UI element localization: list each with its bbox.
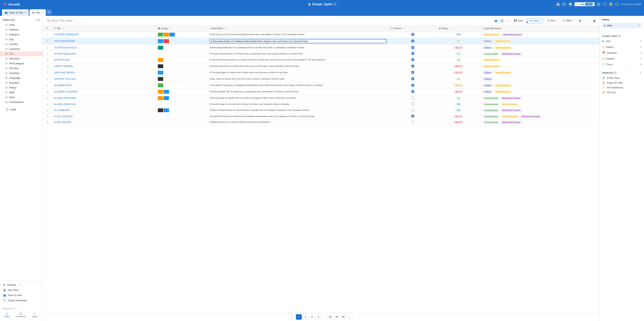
row-description[interactable]: A Epic Tale of a Moose And a Girl who mu… (208, 76, 389, 82)
tab-film[interactable]: ⊞ Film ✕ (30, 9, 46, 16)
page-1-btn[interactable]: 1 (296, 314, 302, 320)
row-viewed[interactable] (389, 76, 437, 82)
page-4-btn[interactable]: 4 (316, 314, 322, 320)
sidebar-item-address[interactable]: ⊞ Address (0, 27, 42, 32)
advanced-more-icon[interactable]: ⋮ (639, 71, 642, 74)
sidebar-item-team-auth[interactable]: 👥 Team & Auth (0, 292, 42, 298)
row-title[interactable]: ALI FOREVER (52, 107, 156, 114)
page-39-btn[interactable]: 39 (334, 314, 340, 320)
discord-icon[interactable]: 💬 (568, 2, 572, 6)
viewed-checkbox[interactable] (412, 52, 414, 55)
sidebar-item-actor[interactable]: ⊞ Actor (0, 22, 42, 27)
create-calendar-view[interactable]: 📅 Calendar + (600, 50, 644, 56)
row-viewed[interactable] (389, 107, 437, 114)
description-edit-input[interactable] (210, 39, 387, 43)
dropdown-nav-icon[interactable]: ▾ (596, 2, 601, 6)
row-description[interactable]: A Thoughtful Panorama of a Database Admi… (208, 82, 389, 89)
row-description[interactable]: A Fanciful Documentary of a Frisbee And … (208, 51, 389, 57)
page-38-btn[interactable]: 38 (327, 314, 333, 320)
view-item-film[interactable]: ⊞ Film ✓ (602, 23, 642, 28)
layout-toolbar-btn[interactable]: ▦ (591, 18, 597, 23)
col-special-features[interactable]: ≡SpecialFeatures (480, 26, 600, 32)
row-description[interactable]: A Epic Drama of a Feminist And a Mad Sci… (208, 32, 389, 38)
row-title[interactable]: AFRICAN EGG (52, 57, 156, 63)
col-title[interactable]: ATitle ⇅ (52, 26, 156, 32)
row-viewed[interactable] (389, 70, 437, 76)
row-description[interactable]: A Emotional Drama of a A Shark And a Dat… (208, 114, 389, 119)
sidebar-item-country[interactable]: ⊞ Country (0, 42, 42, 46)
row-viewed[interactable] (389, 44, 437, 51)
row-title[interactable]: AIRPLANE SIERRA (52, 70, 156, 76)
row-description[interactable]: A Astounding Reflection of a Lumberjack … (208, 44, 389, 51)
star-button[interactable]: ⭐ Star 4,310 (574, 2, 594, 6)
page-2-btn[interactable]: 2 (302, 314, 308, 320)
sidebar-item-inventory[interactable]: ⊞ Inventory (0, 71, 42, 76)
add-table-icon[interactable]: + (36, 18, 37, 21)
add-tab-button[interactable]: + (46, 10, 52, 15)
preview-viewer-btn[interactable]: 👁 Viewer (30, 312, 39, 318)
row-title[interactable]: ALABAMA DEVIL (52, 82, 156, 89)
create-form-view[interactable]: 📄 Form + (600, 62, 644, 67)
row-viewed[interactable] (389, 114, 437, 119)
tab-team-auth-close[interactable]: ✕ (24, 12, 26, 14)
row-title[interactable]: AIRPORT POLLOCK (52, 76, 156, 82)
row-title[interactable]: ALICE FANTASIA (52, 114, 156, 119)
sidebar-item-project-meta[interactable]: 🔧 Project Metadata (0, 298, 42, 303)
viewed-checkbox[interactable] (412, 102, 414, 105)
viewed-checkbox[interactable] (412, 33, 414, 36)
account-icon[interactable]: 👤 (615, 2, 619, 6)
viewed-checkbox[interactable] (412, 78, 414, 80)
sidebar-item-language[interactable]: ⊞ Language (0, 76, 42, 80)
search-input[interactable] (51, 19, 82, 22)
row-viewed[interactable] (389, 95, 437, 102)
delete-toolbar-btn[interactable]: 🗑 (577, 18, 583, 23)
add-row-btn[interactable]: + (506, 18, 510, 23)
col-rating[interactable]: ●Rating ⇅ (437, 26, 480, 32)
row-title[interactable]: ACE GOLDFINGER (52, 38, 156, 44)
sidebar-item-xcevolutions[interactable]: ⊞ XcEvolutions (0, 100, 42, 104)
sidebar-item-category[interactable]: ⊞ Category (0, 32, 42, 37)
tab-team-auth[interactable]: 👥 Team & Auth ✕ (2, 9, 29, 16)
row-description[interactable]: A Action-Packed Tale of a Man And a Lumb… (208, 89, 389, 95)
viewed-checkbox[interactable] (412, 90, 414, 93)
col-images[interactable]: 🖼images ⇅ (156, 26, 208, 32)
row-title[interactable]: ACADEMY DINOSAUR (52, 32, 156, 38)
viewed-checkbox[interactable] (412, 65, 414, 68)
viewed-checkbox[interactable] (412, 96, 414, 99)
row-title[interactable]: ALASKA PHANTOM (52, 102, 156, 107)
preview-editor-btn[interactable]: ✏️ Editor (3, 312, 11, 318)
row-viewed[interactable] (389, 63, 437, 70)
calendar-nav-icon[interactable]: 📅 (556, 2, 560, 6)
prev-page-btn[interactable]: ‹ (289, 314, 295, 320)
row-viewed[interactable] (389, 89, 437, 95)
viewed-checkbox[interactable] (412, 115, 414, 118)
viewed-checkbox[interactable] (412, 40, 414, 42)
viewed-checkbox[interactable] (412, 109, 414, 112)
api-webhooks-item[interactable]: ⚡ API Webhooks (602, 85, 642, 90)
create-grid-view[interactable]: ⊞ Grid + (600, 38, 644, 44)
twitter-icon[interactable]: 🐦 (562, 2, 566, 6)
row-title[interactable]: AGENT TRUMAN (52, 63, 156, 70)
tab-film-close[interactable]: ✕ (41, 12, 43, 14)
team-icon-btn[interactable]: 👥 (494, 18, 498, 23)
settings-header[interactable]: ⚙ Settings ⓘ (0, 282, 42, 288)
row-title[interactable]: ADAPTATION HOLES (52, 44, 156, 51)
user-nav-icon[interactable]: 👤 (603, 2, 607, 6)
row-title[interactable]: ALAMO VIDEOTAPE (52, 95, 156, 102)
viewed-checkbox[interactable] (412, 46, 414, 49)
page-40-btn[interactable]: 40 (340, 314, 346, 320)
sidebar-item-staff[interactable]: ⊞ Staff (0, 90, 42, 95)
row-description[interactable]: A Fanciful Saga of a Hunter And a Pastry… (208, 102, 389, 107)
row-description[interactable] (208, 38, 389, 44)
viewed-checkbox[interactable] (412, 84, 414, 86)
next-page-btn[interactable]: › (347, 314, 353, 320)
row-viewed[interactable] (389, 102, 437, 107)
row-viewed[interactable] (389, 38, 437, 44)
viewed-checkbox[interactable] (412, 120, 414, 123)
save-button[interactable]: 💾 Save (512, 18, 526, 23)
refresh-icon-btn[interactable]: 🔄 (500, 18, 504, 23)
sidebar-item-store[interactable]: ⊞ Store (0, 95, 42, 100)
sidebar-item-city[interactable]: ⊞ City (0, 37, 42, 42)
col-description[interactable]: ≡Description ⇅ (208, 26, 389, 32)
sidebar-item-payment[interactable]: ⊞ Payment (0, 80, 42, 85)
